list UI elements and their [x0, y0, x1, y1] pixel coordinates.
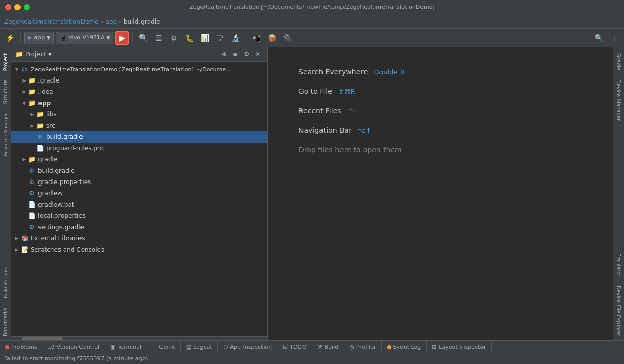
shortcut-key-recent: ^E: [348, 107, 357, 115]
toolbar-layout-button[interactable]: ☰: [152, 31, 165, 45]
terminal-label: Terminal: [118, 343, 142, 350]
tree-item-local-properties[interactable]: ▶ 📄 local.properties: [11, 210, 267, 221]
project-panel: 📁 Project ▼ ⊕ ≡ ⚙ ✕ ▼ 🗂 ZegoRealtimeTran…: [11, 47, 268, 340]
window-controls: [5, 4, 30, 10]
breadcrumb-sep2: ›: [119, 18, 122, 25]
problems-dot-icon: [5, 345, 9, 349]
close-panel-button[interactable]: ✕: [253, 49, 263, 59]
config-selector[interactable]: ▶ app ▼: [24, 32, 54, 44]
build-gradle-root-label: build.gradle: [38, 167, 75, 174]
tree-item-build-gradle-app[interactable]: ▶ ⚙ build.gradle: [11, 131, 267, 143]
right-tab-emulator[interactable]: Emulator: [614, 249, 623, 280]
toolbar-search-button[interactable]: 🔍: [136, 31, 150, 45]
right-tab-device-file-explorer[interactable]: Device File Explorer: [614, 281, 623, 340]
layout-inspector-icon: ⊞: [432, 343, 436, 350]
breadcrumb-module[interactable]: app: [105, 18, 117, 25]
maximize-button[interactable]: [24, 4, 30, 10]
bottom-tab-build[interactable]: ⚒ Build: [312, 341, 345, 353]
bottom-tab-event-log[interactable]: Event Log: [382, 341, 427, 353]
device-selector[interactable]: 📱 vivo V1981A ▼: [56, 32, 113, 44]
folder-icon-gradle-dir: 📁: [28, 155, 36, 164]
tree-item-root[interactable]: ▼ 🗂 ZegoRealtimeTranslationDemo [ZegoRea…: [11, 64, 267, 75]
tree-item-external-libraries[interactable]: ▶ 📚 External Libraries: [11, 233, 267, 244]
bottom-tab-problems[interactable]: Problems: [0, 341, 43, 353]
version-control-label: Version Control: [56, 343, 99, 350]
run-button[interactable]: ▶: [115, 31, 129, 45]
tree-item-gradle-properties[interactable]: ▶ ⚙ gradle.properties: [11, 176, 267, 188]
shortcut-label-nav: Navigation Bar: [298, 126, 352, 134]
tree-item-libs[interactable]: ▶ 📁 libs: [11, 109, 267, 120]
bottom-bar: Problems ⎇ Version Control ▣ Terminal ≡ …: [0, 340, 624, 353]
tree-item-settings-gradle[interactable]: ▶ ⚙ settings.gradle: [11, 221, 267, 233]
toolbar-update-button[interactable]: ↑: [608, 31, 621, 45]
left-sidebar-tabs: Project Structure Resource Manager Build…: [0, 47, 11, 340]
tree-item-src[interactable]: ▶ 📁 src: [11, 120, 267, 131]
tree-item-gradlew-bat[interactable]: ▶ 📄 gradlew.bat: [11, 199, 267, 210]
build-gradle-app-label: build.gradle: [46, 133, 83, 140]
tree-item-gradle-dir[interactable]: ▶ 📁 gradle: [11, 154, 267, 165]
profiler-icon: ◷: [349, 343, 354, 350]
panel-settings-button[interactable]: ⚙: [241, 49, 252, 59]
toolbar-sdk-button[interactable]: 📦: [265, 31, 278, 45]
tree-item-build-gradle-root[interactable]: ▶ ⚙ build.gradle: [11, 165, 267, 176]
gradlew-label: gradlew: [38, 190, 63, 197]
event-log-dot-icon: [387, 345, 391, 349]
tree-item-app[interactable]: ▼ 📁 app: [11, 97, 267, 109]
collapse-all-button[interactable]: ≡: [230, 49, 240, 59]
tree-item-scratches[interactable]: ▶ 📝 Scratches and Consoles: [11, 244, 267, 255]
right-tab-gradle[interactable]: Gradle: [614, 49, 623, 74]
tree-item-gradlew[interactable]: ▶ ⚙ gradlew: [11, 188, 267, 199]
sidebar-item-project[interactable]: Project: [1, 49, 10, 75]
sidebar-item-build-variants[interactable]: Build Variants: [2, 262, 10, 302]
tree-item-proguard[interactable]: ▶ 📄 proguard-rules.pro: [11, 143, 267, 154]
toolbar-device-manager-button[interactable]: 📲: [250, 31, 263, 45]
gerrit-icon: ≡: [152, 343, 157, 350]
bottom-tab-terminal[interactable]: ▣ Terminal: [105, 341, 147, 353]
toolbar-build-button[interactable]: ⚙: [167, 31, 180, 45]
toolbar-find-button[interactable]: 🔍: [592, 31, 606, 45]
layout-inspector-label: Layout Inspector: [438, 343, 486, 350]
src-label: src: [46, 122, 55, 129]
bottom-tab-logcat[interactable]: ▤ Logcat: [181, 341, 218, 353]
shortcut-row-recent-files: Recent Files ^E: [298, 107, 357, 115]
locate-file-button[interactable]: ⊕: [219, 49, 229, 59]
minimize-button[interactable]: [14, 4, 21, 10]
sidebar-item-structure[interactable]: Structure: [1, 76, 10, 108]
profiler-label: Profiler: [356, 343, 376, 350]
toolbar-debug-button[interactable]: 🐛: [183, 31, 196, 45]
content-area: Search Everywhere Double ⇧ Go to File ⇧⌘…: [268, 47, 613, 340]
toolbar-make-button[interactable]: ⚡: [3, 31, 16, 45]
file-tree: ▼ 🗂 ZegoRealtimeTranslationDemo [ZegoRea…: [11, 62, 267, 336]
app-inspection-label: App Inspection: [230, 343, 272, 350]
toolbar-separator-3: [246, 33, 246, 43]
bottom-tab-app-inspection[interactable]: ⬡ App Inspection: [218, 341, 277, 353]
breadcrumb-project[interactable]: ZegoRealtimeTranslationDemo: [4, 18, 99, 25]
toolbar-coverage-button[interactable]: 🛡: [213, 31, 227, 45]
shortcut-key-search: Double ⇧: [374, 68, 405, 76]
project-panel-header: 📁 Project ▼ ⊕ ≡ ⚙ ✕: [11, 47, 267, 62]
device-label: vivo V1981A: [69, 34, 104, 41]
folder-icon-libs: 📁: [36, 110, 44, 118]
tree-item-idea[interactable]: ▶ 📁 .idea: [11, 86, 267, 97]
bottom-tab-profiler[interactable]: ◷ Profiler: [344, 341, 381, 353]
scrollbar-track: [11, 336, 267, 340]
toolbar-profile-button[interactable]: 📊: [198, 31, 211, 45]
project-dropdown-icon[interactable]: ▼: [48, 52, 52, 57]
toolbar-plugins-button[interactable]: 🔌: [280, 31, 294, 45]
ext-libs-label: External Libraries: [31, 235, 85, 242]
bottom-tab-gerrit[interactable]: ≡ Gerrit: [147, 341, 181, 353]
right-tab-device-manager[interactable]: Device Manager: [614, 75, 623, 125]
scrollbar-thumb[interactable]: [22, 337, 63, 340]
bottom-tab-version-control[interactable]: ⎇ Version Control: [43, 341, 105, 353]
arrow-app: ▼: [21, 99, 28, 107]
breadcrumb-file[interactable]: build.gradle: [124, 18, 160, 25]
sidebar-item-resource-manager[interactable]: Resource Manager: [2, 109, 10, 160]
toolbar-analyze-button[interactable]: 🔬: [229, 31, 242, 45]
shortcut-row-go-to-file: Go to File ⇧⌘R: [298, 87, 355, 95]
bottom-tab-todo[interactable]: ☑ TODO: [277, 341, 312, 353]
sidebar-item-bookmarks[interactable]: Bookmarks: [1, 304, 10, 340]
tree-item-gradle-hidden[interactable]: ▶ 📁 .gradle: [11, 75, 267, 86]
bottom-tab-layout-inspector[interactable]: ⊞ Layout Inspector: [427, 341, 491, 353]
right-sidebar-tabs: Gradle Device Manager Emulator Device Fi…: [613, 47, 624, 340]
close-button[interactable]: [5, 4, 11, 10]
